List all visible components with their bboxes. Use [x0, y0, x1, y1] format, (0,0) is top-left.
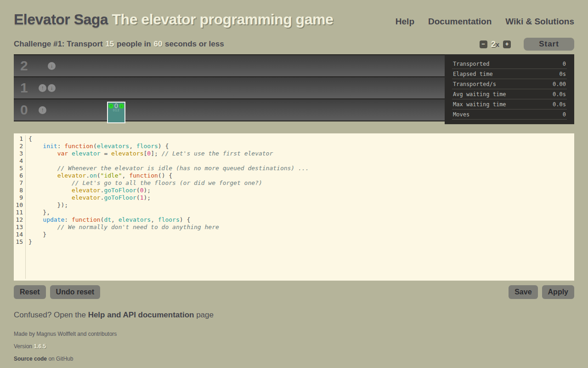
api-documentation-link[interactable]: Help and API documentation	[88, 310, 194, 319]
floor-number: 0	[20, 102, 34, 118]
nav-link-wiki-solutions[interactable]: Wiki & Solutions	[505, 17, 574, 27]
code-token: (	[93, 143, 97, 150]
code-token: elevators	[97, 143, 129, 150]
increase-speed-button[interactable]: +	[503, 40, 511, 48]
version-label: Version	[14, 343, 32, 350]
nav-link-documentation[interactable]: Documentation	[428, 17, 492, 27]
code-token: ];	[151, 150, 161, 157]
left-actions: Reset Undo reset	[14, 285, 100, 299]
nav-link-help[interactable]: Help	[396, 17, 414, 27]
line-number: 6	[14, 172, 23, 179]
code-line	[28, 157, 574, 165]
code-line: });	[28, 201, 574, 209]
code-token: ) {	[158, 143, 169, 150]
code-token: dt	[104, 216, 111, 223]
code-token: }	[28, 238, 32, 245]
page-title: Elevator Saga The elevator programming g…	[14, 11, 333, 28]
code-token: 0	[147, 150, 151, 157]
timescale-value: 2	[491, 40, 496, 49]
code-token: ,	[122, 172, 130, 179]
challenge-bar: Challenge #1: Transport 15 people in 60 …	[14, 37, 574, 51]
challenge-description: Challenge #1: Transport 15 people in 60 …	[14, 40, 224, 49]
line-number: 1	[14, 135, 23, 143]
code-token	[28, 187, 72, 194]
confused-suffix: page	[196, 310, 214, 319]
undo-reset-button[interactable]: Undo reset	[50, 285, 101, 299]
elevator: ↑ 0 ↓ 012	[107, 102, 125, 123]
code-line: elevator.on("idle", function() {	[28, 172, 574, 179]
code-token: );	[143, 194, 151, 201]
code-line: // We normally don't need to do anything…	[28, 224, 574, 231]
code-line: update: function(dt, elevators, floors) …	[28, 216, 574, 224]
stat-value: 0	[563, 61, 566, 67]
save-button[interactable]: Save	[509, 285, 537, 299]
version-value: 1.6.5	[34, 343, 46, 350]
code-token	[28, 150, 57, 157]
stat-row: Transported/s0.00	[452, 79, 567, 89]
apply-button[interactable]: Apply	[542, 285, 574, 299]
code-line: // Let's go to all the floors (or did we…	[28, 179, 574, 187]
floors: 2↑↓1↑↓0↑↓ ↑ 0 ↓ 012	[14, 54, 445, 124]
floor-number: 1	[20, 80, 34, 96]
confused-line: Confused? Open the Help and API document…	[14, 310, 574, 320]
right-actions: Save Apply	[509, 285, 574, 299]
line-number: 15	[14, 238, 23, 246]
line-number: 8	[14, 187, 23, 194]
code-token: elevator	[72, 187, 101, 194]
line-number: 3	[14, 150, 23, 157]
elevator-down-indicator-icon: ↓	[119, 104, 124, 109]
editor-code[interactable]: { init: function(elevators, floors) { va…	[26, 135, 574, 279]
source-line: Source code on GitHub	[14, 356, 574, 362]
code-token: // We normally don't need to do anything…	[57, 224, 219, 230]
code-line: var elevator = elevators[0]; // Let's us…	[28, 150, 574, 157]
code-token: .	[86, 172, 90, 179]
code-token: elevator	[57, 172, 86, 179]
stat-label: Avg waiting time	[453, 91, 506, 98]
code-line: // Whenever the elevator is idle (has no…	[28, 165, 574, 172]
timescale-display: 2x	[491, 40, 499, 49]
code-token: on	[90, 172, 97, 179]
code-line: },	[28, 209, 574, 216]
stat-value: 0s	[560, 71, 566, 77]
code-line: elevator.goToFloor(0);	[28, 187, 574, 194]
top-nav: Help Documentation Wiki & Solutions	[396, 17, 574, 27]
decrease-speed-button[interactable]: −	[480, 40, 487, 48]
code-editor[interactable]: 123456789101112131415 { init: function(e…	[14, 133, 574, 281]
line-number: 11	[14, 209, 23, 216]
up-call-icon: ↑	[39, 84, 46, 92]
source-suffix: on GitHub	[48, 356, 73, 362]
code-token: "idle"	[101, 172, 122, 179]
code-token: init	[43, 143, 57, 150]
code-token: // Whenever the elevator is idle (has no…	[57, 165, 309, 172]
source-code-link[interactable]: Source code	[14, 356, 47, 362]
up-call-icon: ↑	[39, 106, 46, 114]
stat-label: Max waiting time	[453, 101, 506, 108]
code-token: ,	[129, 143, 136, 150]
editor-gutter: 123456789101112131415	[14, 135, 26, 279]
floor-call-buttons: ↑↓	[39, 106, 56, 114]
stat-label: Transported	[453, 61, 489, 67]
line-number: 2	[14, 143, 23, 150]
elevator-indicator-row: ↑ 0 ↓	[108, 103, 124, 109]
start-button[interactable]: Start	[524, 38, 574, 51]
challenge-prefix: Challenge #1: Transport	[14, 40, 103, 48]
code-token	[68, 150, 72, 157]
code-token	[28, 143, 43, 150]
floor-number: 2	[20, 58, 34, 74]
code-token: },	[28, 209, 50, 216]
code-token: function	[129, 172, 158, 179]
code-line: }	[28, 231, 574, 238]
stat-value: 0.0s	[553, 91, 566, 98]
stats-panel: Transported0Elapsed time0sTransported/s0…	[445, 54, 574, 124]
code-token: (	[136, 194, 140, 201]
line-number: 7	[14, 179, 23, 187]
made-by-line: Made by Magnus Wolffelt and contributors	[14, 331, 574, 337]
code-token: function	[72, 216, 101, 223]
code-line: {	[28, 135, 574, 143]
code-token: goToFloor	[104, 194, 136, 201]
reset-button[interactable]: Reset	[14, 285, 46, 299]
challenge-people-count: 15	[105, 40, 114, 48]
elevator-up-indicator-icon: ↑	[108, 104, 113, 109]
line-number: 13	[14, 224, 23, 231]
code-token: // Let's use the first elevator	[162, 150, 273, 157]
